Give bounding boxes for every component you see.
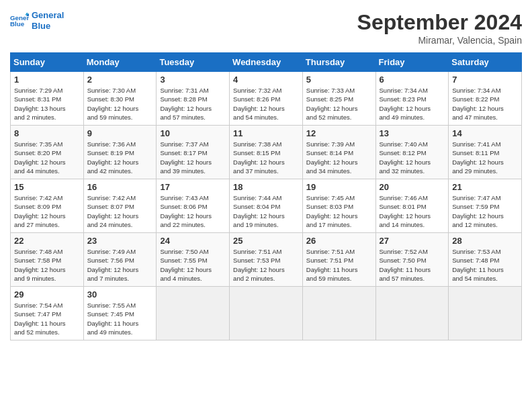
svg-text:Blue: Blue xyxy=(10,20,25,28)
day-info: Sunrise: 7:33 AMSunset: 8:25 PMDaylight:… xyxy=(306,86,372,122)
day-number: 1 xyxy=(14,75,80,85)
day-number: 23 xyxy=(87,236,153,246)
calendar-header-row: SundayMondayTuesdayWednesdayThursdayFrid… xyxy=(11,53,522,72)
day-info: Sunrise: 7:53 AMSunset: 7:48 PMDaylight:… xyxy=(452,247,518,283)
day-info: Sunrise: 7:42 AMSunset: 8:07 PMDaylight:… xyxy=(87,193,153,229)
column-header-wednesday: Wednesday xyxy=(230,53,303,72)
day-info: Sunrise: 7:31 AMSunset: 8:28 PMDaylight:… xyxy=(160,86,226,122)
column-header-friday: Friday xyxy=(375,53,449,72)
calendar-week-row: 15Sunrise: 7:42 AMSunset: 8:09 PMDayligh… xyxy=(11,179,522,233)
column-header-tuesday: Tuesday xyxy=(157,53,230,72)
calendar-cell: 15Sunrise: 7:42 AMSunset: 8:09 PMDayligh… xyxy=(11,179,84,233)
location-subtitle: Miramar, Valencia, Spain xyxy=(357,35,522,46)
column-header-saturday: Saturday xyxy=(449,53,522,72)
day-info: Sunrise: 7:36 AMSunset: 8:19 PMDaylight:… xyxy=(87,140,153,175)
calendar-cell: 2Sunrise: 7:30 AMSunset: 8:30 PMDaylight… xyxy=(83,72,157,126)
page-header: General Blue General Blue September 2024… xyxy=(10,10,522,46)
calendar-cell: 1Sunrise: 7:29 AMSunset: 8:31 PMDaylight… xyxy=(11,72,84,126)
calendar-cell: 14Sunrise: 7:41 AMSunset: 8:11 PMDayligh… xyxy=(449,126,522,179)
day-info: Sunrise: 7:30 AMSunset: 8:30 PMDaylight:… xyxy=(87,86,153,122)
title-block: September 2024 Miramar, Valencia, Spain xyxy=(357,10,522,46)
day-number: 14 xyxy=(452,128,518,138)
day-info: Sunrise: 7:29 AMSunset: 8:31 PMDaylight:… xyxy=(14,86,80,122)
day-info: Sunrise: 7:40 AMSunset: 8:12 PMDaylight:… xyxy=(380,140,445,175)
day-info: Sunrise: 7:45 AMSunset: 8:03 PMDaylight:… xyxy=(306,193,372,229)
day-info: Sunrise: 7:34 AMSunset: 8:22 PMDaylight:… xyxy=(452,86,518,122)
calendar-cell: 10Sunrise: 7:37 AMSunset: 8:17 PMDayligh… xyxy=(157,126,230,179)
month-year-title: September 2024 xyxy=(357,10,522,35)
calendar-cell: 5Sunrise: 7:33 AMSunset: 8:25 PMDaylight… xyxy=(302,72,375,126)
day-info: Sunrise: 7:51 AMSunset: 7:53 PMDaylight:… xyxy=(233,247,299,283)
day-number: 27 xyxy=(380,236,445,246)
calendar-week-row: 29Sunrise: 7:54 AMSunset: 7:47 PMDayligh… xyxy=(11,287,522,340)
calendar-cell: 21Sunrise: 7:47 AMSunset: 7:59 PMDayligh… xyxy=(449,179,522,233)
calendar-cell: 11Sunrise: 7:38 AMSunset: 8:15 PMDayligh… xyxy=(230,126,303,179)
day-number: 18 xyxy=(233,182,299,192)
calendar-cell: 30Sunrise: 7:55 AMSunset: 7:45 PMDayligh… xyxy=(83,287,157,340)
day-info: Sunrise: 7:52 AMSunset: 7:50 PMDaylight:… xyxy=(380,247,445,283)
day-info: Sunrise: 7:43 AMSunset: 8:06 PMDaylight:… xyxy=(160,193,226,229)
day-number: 26 xyxy=(306,236,372,246)
day-info: Sunrise: 7:38 AMSunset: 8:15 PMDaylight:… xyxy=(233,140,299,175)
day-number: 11 xyxy=(233,128,299,138)
logo: General Blue General Blue xyxy=(10,10,64,31)
calendar-table: SundayMondayTuesdayWednesdayThursdayFrid… xyxy=(10,52,522,340)
day-number: 9 xyxy=(87,128,153,138)
day-info: Sunrise: 7:48 AMSunset: 7:58 PMDaylight:… xyxy=(14,247,80,283)
logo-line1: General xyxy=(32,10,64,21)
logo-line2: Blue xyxy=(32,21,64,32)
column-header-thursday: Thursday xyxy=(302,53,375,72)
calendar-cell: 9Sunrise: 7:36 AMSunset: 8:19 PMDaylight… xyxy=(83,126,157,179)
calendar-cell: 23Sunrise: 7:49 AMSunset: 7:56 PMDayligh… xyxy=(83,233,157,287)
calendar-cell: 19Sunrise: 7:45 AMSunset: 8:03 PMDayligh… xyxy=(302,179,375,233)
day-number: 12 xyxy=(306,128,372,138)
day-info: Sunrise: 7:42 AMSunset: 8:09 PMDaylight:… xyxy=(14,193,80,229)
day-info: Sunrise: 7:54 AMSunset: 7:47 PMDaylight:… xyxy=(14,301,80,336)
day-number: 5 xyxy=(306,75,372,85)
calendar-cell xyxy=(157,287,230,340)
calendar-cell: 25Sunrise: 7:51 AMSunset: 7:53 PMDayligh… xyxy=(230,233,303,287)
day-number: 29 xyxy=(14,289,80,300)
day-info: Sunrise: 7:32 AMSunset: 8:26 PMDaylight:… xyxy=(233,86,299,122)
calendar-cell: 29Sunrise: 7:54 AMSunset: 7:47 PMDayligh… xyxy=(11,287,84,340)
day-info: Sunrise: 7:39 AMSunset: 8:14 PMDaylight:… xyxy=(306,140,372,175)
calendar-cell: 8Sunrise: 7:35 AMSunset: 8:20 PMDaylight… xyxy=(11,126,84,179)
day-number: 19 xyxy=(306,182,372,192)
calendar-cell: 18Sunrise: 7:44 AMSunset: 8:04 PMDayligh… xyxy=(230,179,303,233)
day-number: 24 xyxy=(160,236,226,246)
calendar-cell: 20Sunrise: 7:46 AMSunset: 8:01 PMDayligh… xyxy=(375,179,449,233)
day-info: Sunrise: 7:47 AMSunset: 7:59 PMDaylight:… xyxy=(452,193,518,229)
column-header-sunday: Sunday xyxy=(11,53,84,72)
day-info: Sunrise: 7:41 AMSunset: 8:11 PMDaylight:… xyxy=(452,140,518,175)
day-number: 8 xyxy=(14,128,80,138)
day-info: Sunrise: 7:51 AMSunset: 7:51 PMDaylight:… xyxy=(306,247,372,283)
day-info: Sunrise: 7:37 AMSunset: 8:17 PMDaylight:… xyxy=(160,140,226,175)
day-number: 22 xyxy=(14,236,80,246)
day-info: Sunrise: 7:35 AMSunset: 8:20 PMDaylight:… xyxy=(14,140,80,175)
day-info: Sunrise: 7:55 AMSunset: 7:45 PMDaylight:… xyxy=(87,301,153,336)
day-number: 25 xyxy=(233,236,299,246)
day-number: 20 xyxy=(380,182,445,192)
calendar-cell xyxy=(375,287,449,340)
calendar-cell: 22Sunrise: 7:48 AMSunset: 7:58 PMDayligh… xyxy=(11,233,84,287)
day-number: 4 xyxy=(233,75,299,85)
calendar-week-row: 1Sunrise: 7:29 AMSunset: 8:31 PMDaylight… xyxy=(11,72,522,126)
calendar-cell: 7Sunrise: 7:34 AMSunset: 8:22 PMDaylight… xyxy=(449,72,522,126)
calendar-cell: 13Sunrise: 7:40 AMSunset: 8:12 PMDayligh… xyxy=(375,126,449,179)
day-info: Sunrise: 7:46 AMSunset: 8:01 PMDaylight:… xyxy=(380,193,445,229)
day-number: 17 xyxy=(160,182,226,192)
day-info: Sunrise: 7:44 AMSunset: 8:04 PMDaylight:… xyxy=(233,193,299,229)
day-number: 3 xyxy=(160,75,226,85)
calendar-cell: 26Sunrise: 7:51 AMSunset: 7:51 PMDayligh… xyxy=(302,233,375,287)
calendar-cell: 27Sunrise: 7:52 AMSunset: 7:50 PMDayligh… xyxy=(375,233,449,287)
calendar-cell xyxy=(302,287,375,340)
calendar-cell: 3Sunrise: 7:31 AMSunset: 8:28 PMDaylight… xyxy=(157,72,230,126)
calendar-cell: 4Sunrise: 7:32 AMSunset: 8:26 PMDaylight… xyxy=(230,72,303,126)
calendar-cell: 16Sunrise: 7:42 AMSunset: 8:07 PMDayligh… xyxy=(83,179,157,233)
calendar-cell xyxy=(230,287,303,340)
calendar-cell: 12Sunrise: 7:39 AMSunset: 8:14 PMDayligh… xyxy=(302,126,375,179)
day-number: 28 xyxy=(452,236,518,246)
calendar-cell: 24Sunrise: 7:50 AMSunset: 7:55 PMDayligh… xyxy=(157,233,230,287)
day-number: 10 xyxy=(160,128,226,138)
calendar-cell: 17Sunrise: 7:43 AMSunset: 8:06 PMDayligh… xyxy=(157,179,230,233)
